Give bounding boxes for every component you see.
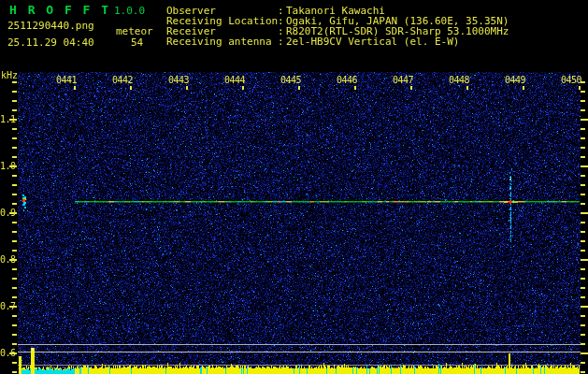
freq-tick-label: 0.8 — [0, 255, 12, 265]
time-tick-label: 0445 — [273, 76, 301, 85]
freq-tick-label: 0.7 — [0, 302, 12, 311]
observation-datetime: 25.11.29 04:40 — [7, 36, 94, 49]
spectrogram-canvas — [0, 0, 588, 374]
time-tick-label: 0448 — [441, 76, 469, 85]
station-info-block: Observer:Takanori KawachiReceiving Locat… — [166, 6, 509, 47]
freq-tick-label: 1.0 — [0, 162, 12, 171]
freq-tick-label: 1.1 — [0, 115, 12, 124]
echo-count: 54 — [131, 36, 143, 49]
time-tick-label: 0447 — [385, 76, 413, 85]
time-tick-label: 0442 — [105, 76, 133, 85]
info-label: Receiving antenna — [166, 36, 278, 47]
hrofft-spectrogram-screenshot: H R O F F T 1.0.0 2511290440.png meteor … — [0, 0, 588, 374]
info-value: 2el-HB9CV Vertical (el. E-W) — [286, 36, 459, 48]
app-title: H R O F F T — [9, 3, 110, 17]
time-tick-label: 0444 — [217, 76, 245, 85]
time-tick-label: 0443 — [161, 76, 189, 85]
time-tick-label: 0450 — [553, 76, 581, 85]
info-row: Receiving antenna:2el-HB9CV Vertical (el… — [166, 36, 509, 47]
app-version: 1.0.0 — [114, 5, 145, 17]
time-tick-label: 0449 — [497, 76, 525, 85]
freq-tick-label: 0.6 — [0, 349, 12, 358]
info-colon: : — [278, 36, 286, 47]
freq-axis-unit-label: kHz — [1, 70, 18, 80]
freq-tick-label: 0.9 — [0, 209, 12, 218]
time-tick-label: 0446 — [329, 76, 357, 85]
output-filename: 2511290440.png — [7, 20, 94, 32]
time-tick-label: 0441 — [49, 76, 77, 85]
